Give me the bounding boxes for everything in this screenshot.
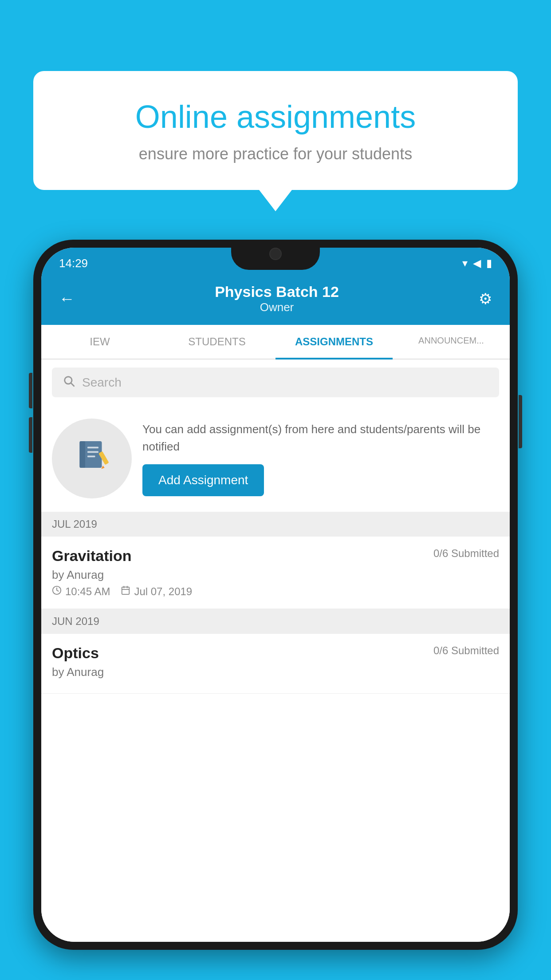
optics-top-row: Optics 0/6 Submitted: [52, 644, 499, 662]
svg-rect-6: [87, 455, 95, 457]
assignment-meta: 10:45 AM Jul 07, 201: [52, 585, 499, 598]
notebook-icon: [74, 437, 110, 481]
status-icons: ▾ ◀ ▮: [462, 257, 492, 269]
svg-rect-3: [80, 441, 86, 468]
add-assignment-button[interactable]: Add Assignment: [142, 464, 264, 496]
assignment-item-gravitation[interactable]: Gravitation 0/6 Submitted by Anurag: [41, 537, 510, 609]
phone-screen: 14:29 ▾ ◀ ▮ ← Physics Batch 12 Owner ⚙ I…: [41, 248, 510, 942]
phone-outer: 14:29 ▾ ◀ ▮ ← Physics Batch 12 Owner ⚙ I…: [33, 240, 518, 950]
section-header-jul: JUL 2019: [41, 512, 510, 537]
tab-assignments[interactable]: ASSIGNMENTS: [276, 325, 393, 359]
assignment-top-row: Gravitation 0/6 Submitted: [52, 547, 499, 565]
optics-name: Optics: [52, 644, 99, 662]
wifi-icon: ▾: [462, 257, 468, 269]
search-placeholder: Search: [82, 375, 122, 390]
phone-camera: [269, 248, 282, 260]
svg-line-1: [71, 383, 74, 386]
meta-time: 10:45 AM: [52, 585, 110, 598]
clock-icon: [52, 585, 62, 598]
assignment-time: 10:45 AM: [65, 585, 110, 598]
speech-bubble-container: Online assignments ensure more practice …: [33, 71, 518, 190]
tab-iew[interactable]: IEW: [41, 325, 158, 359]
empty-icon-circle: [52, 419, 132, 498]
assignment-by: by Anurag: [52, 568, 499, 582]
search-bar: Search: [41, 360, 510, 405]
screen-content: Search: [41, 360, 510, 942]
calendar-icon: [121, 585, 130, 598]
status-time: 14:29: [59, 257, 88, 270]
assignment-date: Jul 07, 2019: [134, 585, 192, 598]
assignment-item-optics[interactable]: Optics 0/6 Submitted by Anurag: [41, 634, 510, 694]
empty-text-group: You can add assignment(s) from here and …: [142, 421, 499, 496]
assignment-submitted: 0/6 Submitted: [433, 547, 499, 560]
optics-by: by Anurag: [52, 665, 499, 679]
svg-rect-5: [87, 451, 98, 453]
header-title: Physics Batch 12: [215, 283, 339, 300]
back-button[interactable]: ←: [59, 289, 75, 308]
empty-description: You can add assignment(s) from here and …: [142, 421, 499, 455]
settings-icon[interactable]: ⚙: [479, 290, 492, 308]
volume-up-button: [29, 373, 32, 408]
empty-state: You can add assignment(s) from here and …: [41, 405, 510, 512]
phone-container: 14:29 ▾ ◀ ▮ ← Physics Batch 12 Owner ⚙ I…: [33, 240, 518, 980]
signal-icon: ◀: [473, 257, 481, 269]
assignment-name: Gravitation: [52, 547, 131, 565]
search-input-wrapper[interactable]: Search: [52, 368, 499, 397]
tab-students[interactable]: STUDENTS: [158, 325, 276, 359]
tab-announcements[interactable]: ANNOUNCEM...: [393, 325, 510, 359]
optics-submitted: 0/6 Submitted: [433, 644, 499, 657]
volume-down-button: [29, 417, 32, 453]
search-icon: [63, 375, 75, 390]
svg-rect-10: [122, 587, 130, 595]
header-subtitle: Owner: [215, 300, 339, 314]
tabs-bar: IEW STUDENTS ASSIGNMENTS ANNOUNCEM...: [41, 325, 510, 360]
header-title-group: Physics Batch 12 Owner: [215, 283, 339, 314]
section-header-jun: JUN 2019: [41, 609, 510, 634]
power-button: [519, 395, 522, 448]
svg-rect-4: [87, 447, 98, 448]
bubble-subtitle: ensure more practice for your students: [64, 145, 487, 163]
meta-date: Jul 07, 2019: [121, 585, 192, 598]
speech-bubble: Online assignments ensure more practice …: [33, 71, 518, 190]
app-header: ← Physics Batch 12 Owner ⚙: [41, 274, 510, 325]
bubble-title: Online assignments: [64, 98, 487, 136]
battery-icon: ▮: [486, 257, 492, 269]
